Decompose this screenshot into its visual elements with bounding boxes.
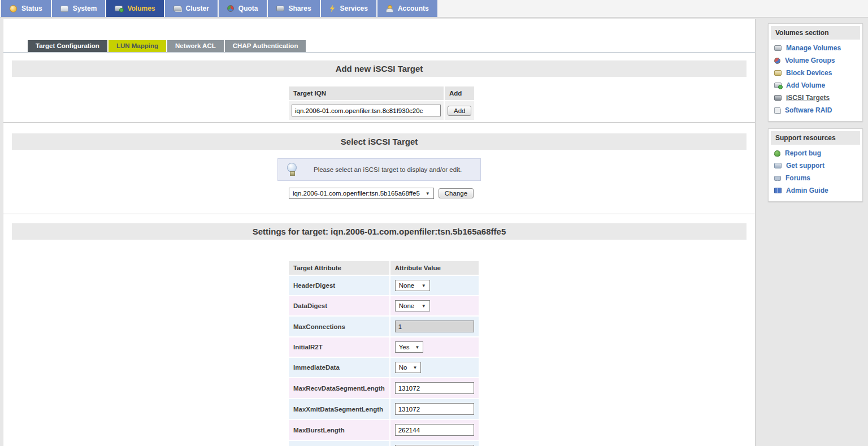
nav-tab-cluster[interactable]: Cluster — [165, 0, 218, 17]
target-select-value: iqn.2006-01.com.openfiler:tsn.5b165a68ff… — [293, 190, 420, 197]
get-support-icon — [774, 163, 782, 168]
nav-tab-system[interactable]: System — [52, 0, 106, 17]
select-target-hint-box: Please select an iSCSI target to display… — [277, 158, 481, 181]
table-row: DataDigest None — [289, 296, 479, 315]
table-row: MaxXmitDataSegmentLength — [289, 399, 479, 419]
sidebar-item-iscsi-targets[interactable]: iSCSI Targets — [769, 92, 862, 104]
nav-tab-label: Quota — [238, 5, 258, 12]
admin-guide-icon — [774, 188, 782, 193]
change-button[interactable]: Change — [439, 188, 474, 198]
column-header-target-attribute: Target Attribute — [289, 261, 389, 275]
nav-tab-label: Services — [340, 5, 368, 12]
support-resources-title: Support resources — [771, 131, 860, 145]
sidebar-item-report-bug[interactable]: Report bug — [769, 147, 862, 159]
section-divider — [3, 214, 755, 214]
volumes-section-box: Volumes section Manage Volumes Volume Gr… — [768, 23, 863, 122]
attribute-label: ImmediateData — [289, 358, 389, 377]
attribute-label: MaxConnections — [289, 317, 389, 336]
iscsi-targets-icon — [774, 95, 782, 101]
subtab-chap-authentication[interactable]: CHAP Authentication — [225, 40, 306, 52]
initialr2t-select[interactable]: Yes — [395, 341, 424, 353]
cluster-icon — [173, 6, 181, 11]
subtab-lun-mapping[interactable]: LUN Mapping — [108, 40, 166, 52]
target-iqn-input[interactable] — [292, 105, 441, 116]
nav-tab-label: System — [73, 5, 97, 12]
nav-tab-quota[interactable]: Quota — [219, 0, 267, 17]
main-panel: Target Configuration LUN Mapping Network… — [3, 19, 756, 446]
volume-groups-icon — [774, 58, 780, 64]
add-target-section-title: Add new iSCSI Target — [12, 60, 747, 77]
forums-icon — [774, 176, 781, 181]
nav-tab-label: Accounts — [398, 5, 429, 12]
status-icon — [10, 5, 17, 12]
attribute-label: InitialR2T — [289, 337, 389, 357]
nav-tab-volumes[interactable]: Volumes — [106, 0, 163, 17]
software-raid-icon — [774, 107, 780, 114]
top-navigation: Status System Volumes Cluster Quota Shar… — [0, 0, 868, 18]
nav-tab-accounts[interactable]: Accounts — [377, 0, 437, 17]
settings-table: Target Attribute Attribute Value HeaderD… — [288, 260, 480, 446]
immediatedata-select[interactable]: No — [395, 362, 422, 373]
quota-icon — [227, 5, 234, 12]
table-row: InitialR2T Yes — [289, 337, 479, 357]
manage-volumes-icon — [774, 45, 782, 51]
volumes-section-title: Volumes section — [771, 26, 860, 40]
nav-tab-label: Cluster — [186, 5, 209, 12]
sidebar-item-block-devices[interactable]: Block Devices — [769, 67, 862, 79]
datadigest-select[interactable]: None — [395, 300, 430, 311]
report-bug-icon — [774, 150, 780, 157]
block-devices-icon — [774, 70, 782, 76]
sidebar-item-volume-groups[interactable]: Volume Groups — [769, 54, 862, 67]
select-target-controls: iqn.2006-01.com.openfiler:tsn.5b165a68ff… — [289, 188, 755, 199]
table-row: ImmediateData No — [289, 358, 479, 377]
maxrecvdatasegmentlength-input[interactable] — [395, 382, 474, 394]
iscsi-subtabs: Target Configuration LUN Mapping Network… — [3, 40, 755, 53]
select-target-section-title: Select iSCSI Target — [12, 133, 747, 150]
table-row: MaxRecvDataSegmentLength — [289, 378, 479, 398]
add-target-table: Target IQN Add Add — [288, 85, 475, 121]
attribute-label: MaxXmitDataSegmentLength — [289, 399, 389, 419]
column-header-attribute-value: Attribute Value — [390, 261, 479, 275]
attribute-label: DataDigest — [289, 296, 389, 315]
sidebar-item-forums[interactable]: Forums — [769, 172, 862, 184]
shares-icon — [276, 6, 284, 11]
attribute-label: MaxRecvDataSegmentLength — [289, 378, 389, 398]
select-target-hint-text: Please select an iSCSI target to display… — [314, 166, 462, 173]
nav-tab-label: Shares — [289, 5, 311, 12]
maxxmitdatasegmentlength-input[interactable] — [395, 403, 474, 415]
table-row: MaxBurstLength — [289, 420, 479, 440]
add-volume-icon — [774, 83, 782, 88]
volumes-icon — [115, 6, 123, 11]
subtab-target-configuration[interactable]: Target Configuration — [28, 40, 107, 52]
attribute-label: MaxBurstLength — [289, 420, 389, 440]
target-select-dropdown[interactable]: iqn.2006-01.com.openfiler:tsn.5b165a68ff… — [289, 188, 434, 199]
subtab-network-acl[interactable]: Network ACL — [167, 40, 224, 52]
sidebar-item-add-volume[interactable]: Add Volume — [769, 79, 862, 92]
nav-tab-status[interactable]: Status — [1, 0, 51, 17]
table-row: FirstBurstLength — [289, 441, 479, 446]
nav-tab-label: Status — [21, 5, 42, 12]
attribute-label: HeaderDigest — [289, 276, 389, 295]
page-body: Target Configuration LUN Mapping Network… — [0, 18, 868, 446]
add-button[interactable]: Add — [448, 106, 471, 116]
maxconnections-input — [395, 321, 474, 332]
maxburstlength-input[interactable] — [395, 424, 474, 436]
column-header-add: Add — [445, 86, 474, 100]
accounts-icon — [386, 5, 393, 12]
sidebar-item-get-support[interactable]: Get support — [769, 159, 862, 172]
sidebar-item-manage-volumes[interactable]: Manage Volumes — [769, 42, 862, 54]
table-row: MaxConnections — [289, 317, 479, 336]
nav-tab-services[interactable]: Services — [321, 0, 376, 17]
system-icon — [60, 6, 68, 12]
table-row: HeaderDigest None — [289, 276, 479, 295]
nav-tab-shares[interactable]: Shares — [268, 0, 320, 17]
section-divider — [3, 122, 755, 123]
attribute-label: FirstBurstLength — [289, 441, 389, 446]
column-header-target-iqn: Target IQN — [289, 86, 444, 100]
headerdigest-select[interactable]: None — [395, 280, 430, 291]
sidebar-item-admin-guide[interactable]: Admin Guide — [769, 184, 862, 197]
right-sidebar: Volumes section Manage Volumes Volume Gr… — [756, 19, 867, 209]
lightbulb-icon — [287, 163, 297, 172]
sidebar-item-software-raid[interactable]: Software RAID — [769, 104, 862, 116]
nav-tab-label: Volumes — [127, 5, 155, 12]
